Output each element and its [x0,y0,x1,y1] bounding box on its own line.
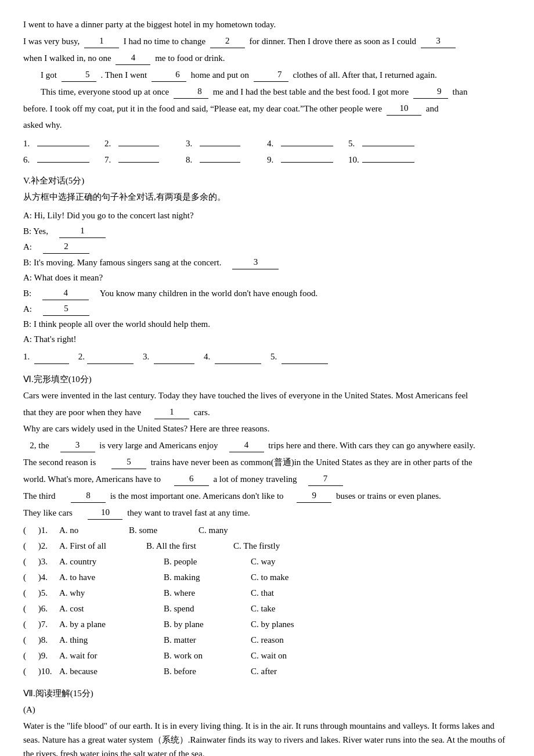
dialog-container: A: Hi, Lily! Did you go to the concert l… [23,208,511,346]
story-line4: I got 5 . Then I went 6 home and put on … [23,67,511,82]
mc-row-5: ( )5. A. why B. where C. that [23,586,511,600]
story-line3: when I walked in, no one 4 me to food or… [23,51,511,65]
section6-title: Ⅵ.完形填空(10分) [23,372,511,386]
dialog-line5: A: What does it mean? [23,271,511,285]
blank-4: 4 [116,51,150,65]
answer-10: 10. [348,153,418,167]
cloze-line6: world. What's more, Americans have to 6 … [23,471,511,486]
mc-row-4: ( )4. A. to have B. making C. to make [23,570,511,584]
cloze-line4: 2, the 3 is very large and Americans enj… [23,438,511,452]
cloze-line7: The third 8 is the most important one. A… [23,488,511,503]
blank-1: 1 [84,34,119,48]
cloze-line8: They like cars 10 they want to travel fa… [23,505,511,520]
mc-row-8: ( )8. A. thing B. matter C. reason [23,633,511,647]
dialog-line2: B: Yes, 1 [23,224,511,238]
dialog-line8: B: I think people all over the world sho… [23,317,511,331]
mc-row-9: ( )9. A. wait for B. work on C. wait on [23,649,511,663]
blank-2: 2 [210,34,245,48]
answer-5: 5. [348,136,418,150]
mc-row-3: ( )3. A. country B. people C. way [23,555,511,568]
reading-a-para1: Water is the "life blood" of our earth. … [23,719,511,756]
dialog-line4: B: It's moving. Many famous singers sang… [23,255,511,269]
dialog-line7: A: 5 [23,301,511,316]
blank-9: 9 [413,84,448,99]
blank-10: 10 [387,101,421,116]
cloze-line5: The second reason is 5 trains have never… [23,455,511,469]
mc-row-1: ( )1. A. no B. some C. many [23,523,511,537]
section5-title: V.补全对话(5分) [23,174,511,188]
mc-row-10: ( )10. A. because B. before C. after [23,664,511,678]
mc-container: ( )1. A. no B. some C. many ( )2. A. Fir… [23,523,511,678]
answer-8: 8. [186,153,255,167]
section7-title: Ⅶ.阅读理解(15分) [23,686,511,700]
answer-3: 3. [186,136,255,150]
story-line1: I went to have a dinner party at the big… [23,17,511,31]
story-line7: asked why. [23,118,511,132]
mc-row-2: ( )2. A. First of all B. All the first C… [23,539,511,553]
section7-sub: (A) [23,703,511,717]
cloze-line3: Why are cars widely used in the United S… [23,422,511,435]
answer-1: 1. [23,136,93,150]
section5-instruction: 从方框中选择正确的句子补全对话,有两项是多余的。 [23,190,511,204]
blanks-row1: 1. 2. 3. 4. 5. [23,136,511,150]
dialog-line9: A: That's right! [23,332,511,346]
answer-6: 6. [23,153,93,167]
blank-5: 5 [62,67,96,82]
story-line6: before. I took off my coat, put it in th… [23,101,511,116]
blanks-row2: 6. 7. 8. 9. 10. [23,153,511,167]
story-line2: I was very busy, 1 I had no time to chan… [23,34,511,48]
answer-4: 4. [267,136,337,150]
dialog-line6: B: 4 You know many children in the world… [23,286,511,300]
blank-8: 8 [174,84,208,99]
dialog-line1: A: Hi, Lily! Did you go to the concert l… [23,208,511,222]
cloze-line1: Cars were invented in the last century. … [23,388,511,402]
blank-7: 7 [254,67,288,82]
blank-3: 3 [421,34,456,48]
dialog-line3: A: 2 [23,239,511,254]
answer-2: 2. [104,136,174,150]
cloze-line2: that they are poor when they have 1 cars… [23,405,511,419]
blank-6: 6 [151,67,186,82]
answer-9: 9. [267,153,337,167]
mc-row-7: ( )7. A. by a plane B. by plane C. by pl… [23,617,511,631]
answer-7: 7. [104,153,174,167]
mc-row-6: ( )6. A. cost B. spend C. take [23,602,511,615]
dialog-answers-row: 1. 2. 3. 4. 5. [23,350,511,364]
story-line5: This time, everyone stood up at once 8 m… [23,84,511,99]
